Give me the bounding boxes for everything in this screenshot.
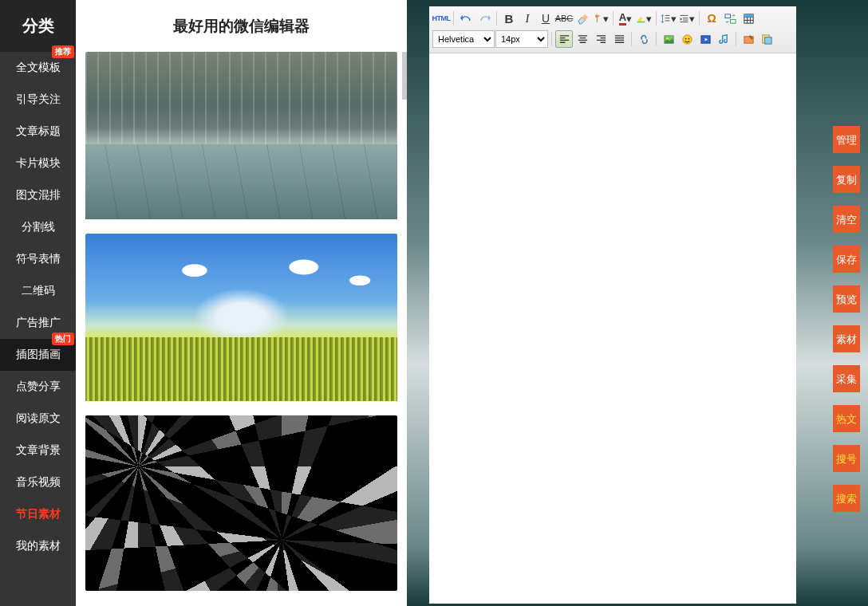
sidebar-item-label: 文章标题 [16,124,61,139]
insert-symbol-button[interactable]: Ω [703,10,720,27]
align-justify-button[interactable] [610,30,628,48]
find-replace-button[interactable] [721,10,739,27]
editor-content-area[interactable] [429,53,796,604]
rail-button-3[interactable]: 保存 [833,246,860,273]
toolbar-separator [551,32,552,46]
sidebar-item-3[interactable]: 卡片模块 [0,148,76,179]
sidebar-item-label: 卡片模块 [16,156,61,171]
toolbar-separator [631,32,632,46]
insert-video-button[interactable] [696,30,714,48]
rail-button-8[interactable]: 搜号 [833,445,860,472]
sidebar-item-2[interactable]: 文章标题 [0,116,76,148]
svg-rect-13 [764,37,771,43]
rail-button-6[interactable]: 采集 [833,365,860,392]
redo-button[interactable] [475,10,493,27]
eraser-button[interactable] [574,10,591,27]
svg-rect-2 [730,19,736,23]
rail-button-1[interactable]: 复制 [833,166,860,193]
sidebar-item-label: 广告推广 [16,316,61,330]
template-thumb-sky-field[interactable] [85,234,397,401]
rail-button-5[interactable]: 素材 [833,325,860,352]
toolbar-separator [496,11,497,26]
sidebar-item-label: 图文混排 [16,188,61,203]
sidebar-item-11[interactable]: 阅读原文 [0,403,76,435]
sidebar-item-label: 插图插画 [16,348,61,362]
action-rail: 管理复制清空保存预览素材采集热文搜号搜索 [833,126,860,512]
rich-text-editor: HTML B I U ABC ▾ A▾ ▾ ▾ ▾ Ω Helvetica 14… [429,6,796,600]
source-html-button[interactable]: HTML [432,10,450,27]
template-gallery: 最好用的微信编辑器 [76,0,407,606]
gallery-title: 最好用的微信编辑器 [76,0,407,52]
sidebar-item-label: 全文模板 [16,61,61,75]
undo-button[interactable] [457,10,475,27]
sidebar-item-12[interactable]: 文章背景 [0,435,76,466]
sidebar-item-label: 节日素材 [16,507,61,521]
font-family-select[interactable]: Helvetica [432,30,495,48]
toolbar-separator [656,32,657,46]
editor-toolbar: HTML B I U ABC ▾ A▾ ▾ ▾ ▾ Ω Helvetica 14… [429,6,796,53]
sidebar-item-13[interactable]: 音乐视频 [0,466,76,498]
bold-button[interactable]: B [500,10,518,27]
sidebar-item-9[interactable]: 插图插画热门 [0,339,76,371]
sidebar-item-label: 分割线 [22,220,55,234]
insert-table-button[interactable] [740,10,757,27]
template-thumb-noise[interactable] [85,415,397,591]
sidebar-item-5[interactable]: 分割线 [0,211,76,243]
toolbar-separator [613,11,614,26]
toolbar-separator [736,32,736,46]
template-thumb-rain[interactable] [85,52,397,219]
rail-button-2[interactable]: 清空 [833,206,860,233]
svg-point-7 [682,34,691,43]
sidebar-item-15[interactable]: 我的素材 [0,530,76,562]
sidebar-item-0[interactable]: 全文模板推荐 [0,52,76,84]
sidebar-item-label: 阅读原文 [16,411,61,426]
align-right-button[interactable] [592,30,610,48]
insert-emoji-button[interactable] [678,30,696,48]
svg-point-9 [688,37,689,39]
align-left-button[interactable] [555,30,573,48]
svg-point-8 [685,37,686,39]
indent-button[interactable]: ▾ [678,10,696,27]
underline-button[interactable]: U [537,10,554,27]
font-color-button[interactable]: A▾ [617,10,634,27]
sidebar-item-6[interactable]: 符号表情 [0,243,76,275]
font-size-select[interactable]: 14px [495,30,548,48]
toolbar-separator [453,11,454,26]
rail-button-7[interactable]: 热文 [833,405,860,432]
insert-card-button[interactable] [740,30,757,48]
sidebar-item-label: 二维码 [22,284,55,298]
sidebar-item-label: 文章背景 [16,443,61,458]
sidebar-item-label: 音乐视频 [16,475,61,490]
sidebar-item-label: 引导关注 [16,92,61,107]
sidebar-item-7[interactable]: 二维码 [0,275,76,307]
toolbar-separator [656,11,657,26]
gallery-scrollbar[interactable] [402,52,407,100]
rail-button-4[interactable]: 预览 [833,285,860,313]
align-center-button[interactable] [574,30,591,48]
format-painter-button[interactable]: ▾ [592,10,610,27]
svg-rect-0 [637,21,645,22]
svg-rect-1 [724,14,730,18]
sidebar-item-label: 符号表情 [16,252,61,266]
insert-audio-button[interactable] [715,30,732,48]
toolbar-separator [699,11,700,26]
svg-rect-4 [744,14,752,17]
insert-image-button[interactable] [660,30,677,48]
sidebar-item-label: 点赞分享 [16,380,61,394]
italic-button[interactable]: I [519,10,536,27]
sidebar-item-4[interactable]: 图文混排 [0,179,76,211]
sidebar-item-10[interactable]: 点赞分享 [0,371,76,403]
highlight-color-button[interactable]: ▾ [635,10,653,27]
sidebar-item-label: 我的素材 [16,539,61,553]
sidebar-header: 分类 [0,0,76,52]
rail-button-0[interactable]: 管理 [833,126,860,153]
rail-button-9[interactable]: 搜索 [833,485,860,512]
insert-link-button[interactable] [635,30,653,48]
line-height-button[interactable]: ▾ [660,10,677,27]
sidebar-item-1[interactable]: 引导关注 [0,84,76,116]
badge-recommend: 推荐 [52,45,74,58]
insert-template-button[interactable] [758,30,775,48]
sidebar-item-14[interactable]: 节日素材 [0,498,76,530]
badge-hot: 热门 [52,333,74,345]
strikethrough-button[interactable]: ABC [555,10,573,27]
